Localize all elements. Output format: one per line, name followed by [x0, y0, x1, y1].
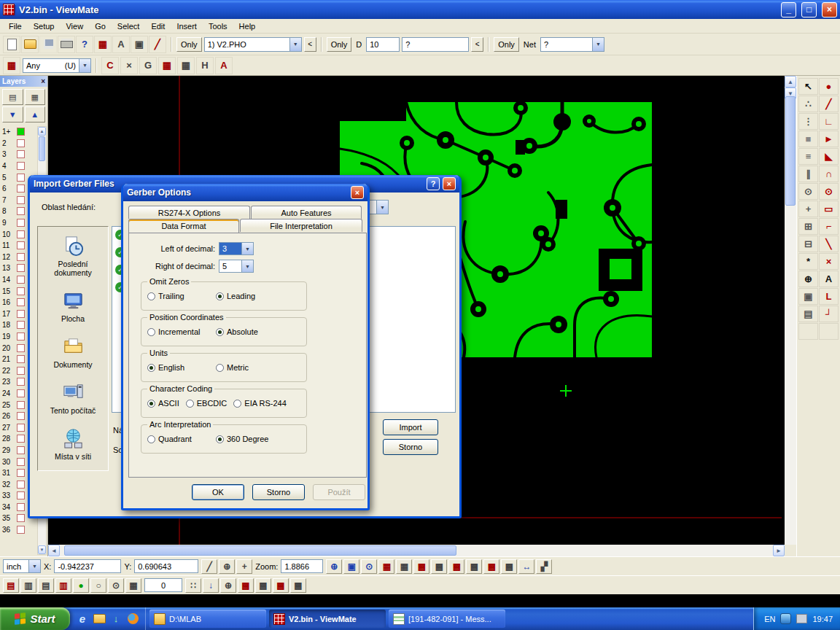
- start-button[interactable]: Start: [0, 607, 70, 630]
- gerber-tool-icon[interactable]: G: [139, 57, 157, 74]
- ok-button[interactable]: OK: [192, 484, 244, 500]
- snap-point-icon[interactable]: ⋮: [798, 113, 818, 130]
- pad-type-icon-4[interactable]: ▩: [466, 559, 482, 574]
- flash-point-icon[interactable]: ●: [819, 78, 839, 95]
- layer-color-chip[interactable]: [17, 412, 25, 420]
- pattern-icon-1[interactable]: ▩: [238, 578, 254, 593]
- tab-auto-features[interactable]: Auto Features: [251, 206, 362, 219]
- chevron-down-icon[interactable]: ▼: [289, 38, 301, 51]
- swap-icon[interactable]: ↔: [518, 559, 534, 574]
- draw-triangle-icon[interactable]: ◣: [819, 148, 839, 165]
- folder-explorer-icon[interactable]: [93, 612, 106, 626]
- context-help-icon[interactable]: ?: [76, 36, 93, 53]
- copy-layer-icon[interactable]: ▣: [798, 288, 818, 305]
- layer-color-chip[interactable]: [17, 264, 25, 272]
- zoom-in-icon[interactable]: ⊕: [326, 559, 342, 574]
- zoom-window-icon[interactable]: ▣: [343, 559, 359, 574]
- layer-color-chip[interactable]: [17, 298, 25, 306]
- draw-rect-icon[interactable]: ▭: [819, 201, 839, 217]
- parallel-lines-icon[interactable]: ∥: [798, 166, 818, 182]
- layer-color-chip[interactable]: [17, 401, 25, 409]
- layer-color-chip[interactable]: [17, 219, 25, 227]
- layer-up-icon[interactable]: ▲: [25, 106, 46, 122]
- radio-option[interactable]: Absolute: [216, 327, 284, 336]
- close-button[interactable]: ×: [351, 186, 364, 199]
- net-combo[interactable]: ? ▼: [540, 37, 604, 52]
- print-area-icon[interactable]: ▤: [798, 306, 818, 322]
- layer-color-chip[interactable]: [17, 162, 25, 170]
- tab-file-interpretation[interactable]: File Interpretation: [240, 219, 362, 232]
- circle-tool-icon[interactable]: C: [101, 57, 119, 74]
- dot-grid-icon[interactable]: ∷: [185, 578, 201, 593]
- settings-icon[interactable]: *: [798, 253, 818, 270]
- print-icon[interactable]: [58, 36, 75, 53]
- traffic-light-icon[interactable]: ●: [73, 578, 89, 593]
- draw-arc-icon[interactable]: ∩: [819, 166, 839, 182]
- chevron-down-icon[interactable]: ▼: [79, 59, 90, 72]
- tab-data-format[interactable]: Data Format: [128, 219, 239, 233]
- chevron-down-icon[interactable]: ▼: [592, 38, 604, 51]
- place-desktop[interactable]: Plocha: [38, 281, 108, 327]
- film-layer-icon-1[interactable]: ▤: [3, 578, 19, 593]
- blank-slot-icon[interactable]: [798, 323, 818, 340]
- close-button[interactable]: ×: [443, 177, 456, 190]
- zoom-tool-icon[interactable]: ⊕: [798, 271, 818, 287]
- tray-device-icon[interactable]: [796, 614, 807, 623]
- inspect-icon[interactable]: ⊙: [798, 183, 818, 200]
- ie-icon[interactable]: e: [76, 612, 89, 626]
- aperture-list-icon[interactable]: A: [112, 36, 130, 53]
- menu-item[interactable]: Edit: [145, 20, 171, 32]
- select-grid-icon[interactable]: ▦: [3, 57, 20, 74]
- select-filter-combo[interactable]: Any (U) ▼: [23, 58, 91, 73]
- dcode-filter-field[interactable]: ?: [402, 37, 469, 52]
- cut-icon[interactable]: ×: [819, 253, 839, 270]
- cross-probe-icon[interactable]: ×: [120, 57, 138, 74]
- letter-l-tool-icon[interactable]: L: [819, 288, 839, 305]
- unit-combo[interactable]: inch ▼: [3, 559, 41, 573]
- open-folder-icon[interactable]: [21, 36, 39, 53]
- chevron-down-icon[interactable]: ▼: [241, 260, 253, 272]
- menu-item[interactable]: Insert: [171, 20, 203, 32]
- layer-color-chip[interactable]: [17, 150, 25, 158]
- left-of-decimal-combo[interactable]: 3 ▼: [219, 242, 254, 255]
- scroll-right-icon[interactable]: ►: [773, 545, 785, 556]
- import-button[interactable]: Import: [383, 419, 438, 435]
- pattern-icon-4[interactable]: ▩: [290, 578, 306, 593]
- layer-color-chip[interactable]: [17, 503, 25, 511]
- layer-color-chip[interactable]: [17, 287, 25, 295]
- measure-icon[interactable]: ╱: [149, 36, 166, 53]
- layer-color-chip[interactable]: [17, 491, 25, 499]
- minimize-button[interactable]: _: [781, 2, 796, 18]
- menu-item[interactable]: Tools: [203, 20, 233, 32]
- layer-color-chip[interactable]: [17, 253, 25, 261]
- only-dcode-toggle[interactable]: Only: [327, 37, 352, 52]
- horizontal-scrollbar[interactable]: ◄ ►: [48, 545, 785, 556]
- dcode-grid-icon[interactable]: ▦: [94, 36, 112, 53]
- menu-item[interactable]: Go: [89, 20, 112, 32]
- radio-option[interactable]: EIA RS-244: [233, 399, 286, 408]
- radio-option[interactable]: Leading: [216, 292, 284, 300]
- place-network[interactable]: Místa v síti: [38, 419, 108, 465]
- cancel-button[interactable]: Storno: [252, 484, 305, 500]
- layer-color-chip[interactable]: [17, 310, 25, 318]
- offset-icon[interactable]: +: [236, 559, 252, 574]
- layer-color-chip[interactable]: [17, 230, 25, 238]
- highlight-lamp-icon[interactable]: ○: [90, 578, 106, 593]
- save-icon[interactable]: [39, 36, 57, 53]
- place-documents[interactable]: Dokumenty: [38, 327, 108, 373]
- scrollbar-thumb[interactable]: [785, 96, 796, 206]
- prev-dcode-button[interactable]: <: [471, 37, 483, 52]
- scrollbar-thumb[interactable]: [39, 136, 45, 161]
- select-cursor-icon[interactable]: ↖: [798, 78, 818, 95]
- grid-toggle-icon[interactable]: ▦: [125, 578, 141, 593]
- maximize-button[interactable]: □: [801, 2, 817, 18]
- task-button-explorer[interactable]: D:\MLAB: [149, 610, 266, 628]
- scroll-up-icon[interactable]: ▲: [785, 76, 796, 88]
- measure-distance-icon[interactable]: ╱: [201, 559, 217, 574]
- pad-type-icon-3[interactable]: ▩: [448, 559, 464, 574]
- menu-item[interactable]: Select: [112, 20, 146, 32]
- place-my-computer[interactable]: Tento počítač: [38, 373, 108, 419]
- layer-color-chip[interactable]: [17, 184, 25, 192]
- tab-rs274x-options[interactable]: RS274-X Options: [128, 206, 250, 219]
- pad-type-icon-2[interactable]: ▩: [431, 559, 447, 574]
